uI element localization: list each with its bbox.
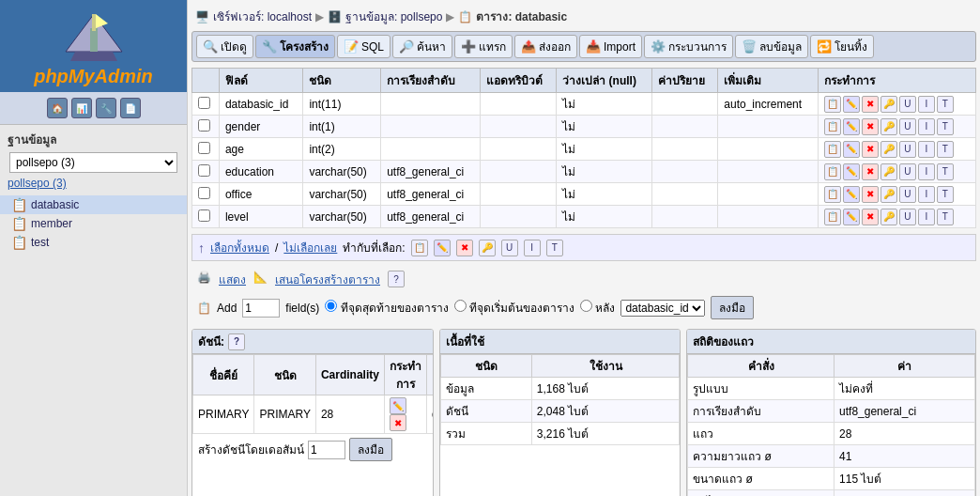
tab-insert[interactable]: ➕ แทรก <box>454 35 513 58</box>
del-btn[interactable]: ✖ <box>862 118 879 135</box>
breadcrumb: 🖥️ เซิร์ฟเวอร์: localhost ▶ 🗄️ ฐานข้อมูล… <box>191 4 976 31</box>
index-btn[interactable]: I <box>918 209 935 225</box>
index-btn[interactable]: I <box>918 96 935 113</box>
settings-icon[interactable]: 🔧 <box>96 98 116 118</box>
primary-btn[interactable]: 🔑 <box>880 141 897 158</box>
tab-export[interactable]: 📤 ส่งออก <box>514 35 577 58</box>
tab-import[interactable]: 📥 Import <box>579 35 642 58</box>
edit-btn[interactable]: ✏️ <box>843 186 860 203</box>
row-checkbox[interactable] <box>192 206 220 228</box>
action-edit-btn[interactable]: ✏️ <box>434 240 451 256</box>
index-go-button[interactable]: ลงมือ <box>349 438 392 461</box>
edit-btn[interactable]: ✏️ <box>843 209 860 225</box>
at-start-radio[interactable] <box>454 300 467 312</box>
row-checkbox[interactable] <box>192 93 220 116</box>
db-breadcrumb-link[interactable]: ฐานข้อมูล: pollsepo <box>345 8 442 25</box>
fulltext-btn[interactable]: T <box>937 118 954 135</box>
unique-btn[interactable]: U <box>899 209 916 225</box>
field-null: ไม่ <box>557 138 652 161</box>
index-help-icon[interactable]: ? <box>228 333 245 350</box>
table-row: age int(2) ไม่ 📋 ✏️ ✖ 🔑 U I T <box>192 138 976 161</box>
sidebar-item-member[interactable]: 📋 member <box>0 214 187 233</box>
index-btn[interactable]: I <box>918 141 935 158</box>
unique-btn[interactable]: U <box>899 163 916 180</box>
fulltext-btn[interactable]: T <box>937 163 954 180</box>
after-field-radio[interactable] <box>580 300 592 312</box>
fulltext-btn[interactable]: T <box>937 209 954 225</box>
edit-btn[interactable]: ✏️ <box>843 118 860 135</box>
browse-btn[interactable]: 📋 <box>824 209 841 225</box>
action-primary-btn[interactable]: 🔑 <box>479 240 496 256</box>
browse-btn[interactable]: 📋 <box>824 118 841 135</box>
del-btn[interactable]: ✖ <box>862 163 879 180</box>
add-count-input[interactable] <box>242 299 280 318</box>
server-link[interactable]: เซิร์ฟเวอร์: localhost <box>213 8 312 25</box>
db-select[interactable]: pollsepo (3) <box>9 152 177 173</box>
unique-btn[interactable]: U <box>899 141 916 158</box>
tab-open[interactable]: 🔍 เปิดดู <box>196 35 253 58</box>
del-btn[interactable]: ✖ <box>862 186 879 203</box>
unique-btn[interactable]: U <box>899 118 916 135</box>
idx-edit-btn[interactable]: ✏️ <box>390 397 406 414</box>
tab-delete[interactable]: 🗑️ ลบข้อมูล <box>735 35 808 58</box>
del-btn[interactable]: ✖ <box>862 96 879 113</box>
row-checkbox[interactable] <box>192 183 220 206</box>
action-fulltext-btn[interactable]: T <box>546 240 563 256</box>
db-icon[interactable]: 📊 <box>71 98 92 118</box>
fulltext-btn[interactable]: T <box>937 141 954 158</box>
tab-structure[interactable]: 🔧 โครงสร้าง <box>255 35 335 58</box>
edit-btn[interactable]: ✏️ <box>843 141 860 158</box>
primary-btn[interactable]: 🔑 <box>880 209 897 225</box>
browse-btn[interactable]: 📋 <box>824 141 841 158</box>
tab-operations[interactable]: ⚙️ กระบวนการ <box>644 35 733 58</box>
after-radio[interactable] <box>325 300 337 312</box>
index-btn[interactable]: I <box>918 118 935 135</box>
index-btn[interactable]: I <box>918 186 935 203</box>
unique-btn[interactable]: U <box>899 186 916 203</box>
tab-drop[interactable]: 🔁 โยนทิ้ง <box>810 35 874 58</box>
unique-btn[interactable]: U <box>899 96 916 113</box>
primary-btn[interactable]: 🔑 <box>880 96 897 113</box>
fulltext-btn[interactable]: T <box>937 96 954 113</box>
stats-col-value: ค่า <box>835 355 975 378</box>
edit-btn[interactable]: ✏️ <box>843 96 860 113</box>
idx-delete-btn[interactable]: ✖ <box>390 414 406 431</box>
del-btn[interactable]: ✖ <box>862 209 879 225</box>
browse-btn[interactable]: 📋 <box>824 186 841 203</box>
idx-col-field: ฟิลด์ <box>426 355 433 395</box>
tab-open-label: เปิดดู <box>221 38 247 55</box>
space-panel-header: เนื้อที่ใช้ <box>440 330 681 354</box>
index-count-input[interactable] <box>308 441 345 459</box>
row-checkbox[interactable] <box>192 161 220 183</box>
stats-panel-title: สถิติของแถว <box>693 333 754 350</box>
browse-btn[interactable]: 📋 <box>824 96 841 113</box>
doc-icon[interactable]: 📄 <box>120 98 141 118</box>
edit-btn[interactable]: ✏️ <box>843 163 860 180</box>
action-index-btn[interactable]: I <box>524 240 541 256</box>
db-link[interactable]: pollsepo (3) <box>0 175 187 192</box>
after-field-select[interactable]: databasic_id <box>620 300 705 317</box>
row-checkbox[interactable] <box>192 116 220 138</box>
sidebar-item-databasic[interactable]: 📋 databasic <box>0 195 187 214</box>
relation-link[interactable]: เสนอโครงสร้างตาราง <box>275 271 380 288</box>
del-btn[interactable]: ✖ <box>862 141 879 158</box>
add-go-button[interactable]: ลงมือ <box>711 296 754 319</box>
tab-sql[interactable]: 📝 SQL <box>337 35 390 58</box>
index-btn[interactable]: I <box>918 163 935 180</box>
action-browse-btn[interactable]: 📋 <box>411 240 428 256</box>
select-all-link[interactable]: เลือกทั้งหมด <box>210 239 269 256</box>
row-checkbox[interactable] <box>192 138 220 161</box>
action-delete-btn[interactable]: ✖ <box>456 240 473 256</box>
home-icon[interactable]: 🏠 <box>47 98 68 118</box>
deselect-link[interactable]: ไม่เลือกเลย <box>283 239 337 256</box>
sidebar-item-test[interactable]: 📋 test <box>0 233 187 252</box>
browse-btn[interactable]: 📋 <box>824 163 841 180</box>
fulltext-btn[interactable]: T <box>937 186 954 203</box>
primary-btn[interactable]: 🔑 <box>880 118 897 135</box>
print-link[interactable]: แสดง <box>219 271 246 288</box>
primary-btn[interactable]: 🔑 <box>880 186 897 203</box>
action-unique-btn[interactable]: U <box>501 240 518 256</box>
help-btn[interactable]: ? <box>388 271 405 287</box>
tab-search[interactable]: 🔎 ค้นหา <box>392 35 452 58</box>
primary-btn[interactable]: 🔑 <box>880 163 897 180</box>
